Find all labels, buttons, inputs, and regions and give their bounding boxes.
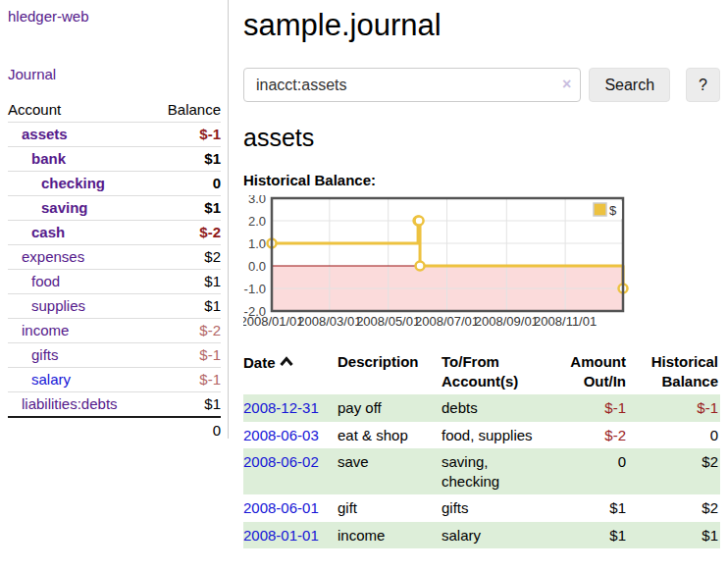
sort-ascending-icon — [280, 352, 293, 372]
transaction-description: gift — [338, 494, 442, 522]
register-row: 2008-06-02 save saving, checking 0 $2 — [243, 448, 720, 494]
transaction-balance: $2 — [628, 494, 720, 522]
register-row: 2008-12-31 pay off debts $-1 $-1 — [243, 394, 720, 422]
svg-text:2008/01/01: 2008/01/01 — [243, 314, 304, 329]
transaction-accounts: food, supplies — [442, 422, 551, 449]
account-row: supplies $1 — [8, 294, 221, 319]
account-row: expenses $2 — [8, 245, 221, 270]
transaction-amount: 0 — [551, 448, 628, 494]
transaction-date-link[interactable]: 2008-06-02 — [243, 453, 319, 470]
account-row: gifts $-1 — [8, 343, 221, 368]
account-heading: assets — [243, 124, 720, 152]
page-title: sample.journal — [243, 8, 720, 43]
register-row: 2008-01-01 income salary $1 $1 — [243, 522, 720, 549]
balance-value: $1 — [151, 294, 221, 319]
svg-text:0.0: 0.0 — [248, 259, 266, 274]
svg-text:2.0: 2.0 — [248, 214, 266, 229]
transaction-accounts: saving, checking — [442, 448, 551, 494]
account-row: saving $1 — [8, 196, 221, 221]
account-row: income $-2 — [8, 319, 221, 343]
account-link-bank[interactable]: bank — [31, 150, 66, 167]
transaction-description: pay off — [338, 394, 442, 422]
svg-text:2008/11/01: 2008/11/01 — [534, 314, 597, 329]
journal-link[interactable]: Journal — [8, 66, 56, 82]
search-bar: × Search ? — [243, 68, 720, 102]
transaction-accounts: salary — [442, 522, 551, 549]
account-row: food $1 — [8, 270, 221, 294]
account-link-assets[interactable]: assets — [22, 126, 68, 142]
transaction-amount: $1 — [551, 522, 628, 549]
svg-text:2008/09/01: 2008/09/01 — [475, 314, 539, 329]
search-button[interactable]: Search — [589, 68, 670, 102]
account-link-expenses[interactable]: expenses — [22, 248, 84, 265]
nav-journal: Journal — [8, 66, 221, 83]
transaction-description: eat & shop — [338, 422, 442, 449]
svg-text:3.0: 3.0 — [248, 195, 266, 206]
account-row: liabilities:debts $1 — [8, 392, 221, 418]
balance-value: $1 — [151, 196, 221, 221]
column-header-accounts: To/From Account(s) — [442, 350, 551, 394]
balance-value: $-1 — [151, 368, 221, 392]
brand-link[interactable]: hledger-web — [8, 8, 89, 25]
account-table-header: Account Balance — [8, 98, 221, 123]
balance-value: $-1 — [151, 343, 221, 368]
balance-value: $1 — [151, 392, 221, 418]
transaction-balance: 0 — [628, 422, 720, 449]
account-row: assets $-1 — [8, 123, 221, 147]
sidebar: hledger-web Journal Account Balance asse… — [0, 0, 229, 439]
clear-search-icon[interactable]: × — [562, 76, 571, 93]
account-link-food[interactable]: food — [31, 273, 60, 289]
account-column-header: Account — [8, 98, 151, 123]
balance-value: $-2 — [151, 319, 221, 343]
transaction-date-link[interactable]: 2008-01-01 — [243, 527, 319, 544]
balance-value: $1 — [151, 270, 221, 294]
account-balance-table: Account Balance assets $-1 bank $1 check… — [8, 98, 221, 442]
balance-value: $-2 — [151, 221, 221, 245]
register-table: Date Description To/From Account(s) Amou… — [243, 350, 720, 548]
svg-text:2008/07/01: 2008/07/01 — [415, 314, 479, 329]
transaction-balance: $-1 — [628, 394, 720, 422]
account-link-gifts[interactable]: gifts — [31, 346, 59, 363]
main-content: sample.journal × Search ? assets Histori… — [243, 0, 720, 548]
account-link-income[interactable]: income — [22, 322, 69, 338]
help-button[interactable]: ? — [686, 68, 720, 102]
transaction-date-link[interactable]: 2008-06-01 — [243, 499, 319, 516]
transaction-amount: $1 — [551, 494, 628, 522]
transaction-date-link[interactable]: 2008-06-03 — [243, 427, 319, 443]
transaction-amount: $-2 — [551, 422, 628, 449]
transaction-accounts: gifts — [442, 494, 551, 522]
account-link-supplies[interactable]: supplies — [31, 297, 85, 314]
transaction-date-link[interactable]: 2008-12-31 — [243, 399, 319, 416]
column-header-date[interactable]: Date — [243, 350, 338, 394]
account-row: salary $-1 — [8, 368, 221, 392]
register-header-row: Date Description To/From Account(s) Amou… — [243, 350, 720, 394]
balance-value: $-1 — [151, 123, 221, 147]
register-row: 2008-06-01 gift gifts $1 $2 — [243, 494, 720, 522]
account-link-checking[interactable]: checking — [41, 175, 105, 191]
chart-title: Historical Balance: — [243, 172, 720, 188]
account-link-salary[interactable]: salary — [31, 371, 71, 388]
svg-text:1.0: 1.0 — [248, 236, 266, 251]
transaction-amount: $-1 — [551, 394, 628, 422]
account-row: cash $-2 — [8, 221, 221, 245]
column-header-balance: Historical Balance — [628, 350, 720, 394]
account-row: checking 0 — [8, 172, 221, 196]
column-header-description: Description — [338, 350, 442, 394]
account-total-row: 0 — [8, 417, 221, 442]
balance-value: 0 — [151, 172, 221, 196]
svg-text:2008/03/01: 2008/03/01 — [297, 314, 361, 329]
transaction-accounts: debts — [442, 394, 551, 422]
balance-value: $2 — [151, 245, 221, 270]
balance-column-header: Balance — [151, 98, 221, 123]
total-balance: 0 — [151, 417, 221, 442]
transaction-balance: $2 — [628, 448, 720, 494]
column-header-amount: Amount Out/In — [551, 350, 628, 394]
account-link-liabilities-debts[interactable]: liabilities:debts — [22, 395, 118, 412]
search-input[interactable] — [243, 68, 581, 102]
account-link-saving[interactable]: saving — [41, 199, 88, 216]
transaction-balance: $1 — [628, 522, 720, 549]
historical-balance-chart: 3.02.01.00.0-1.0-2.02008/01/012008/03/01… — [243, 195, 720, 335]
account-link-cash[interactable]: cash — [31, 224, 65, 240]
account-row: bank $1 — [8, 147, 221, 172]
svg-text:2008/05/01: 2008/05/01 — [356, 314, 420, 329]
